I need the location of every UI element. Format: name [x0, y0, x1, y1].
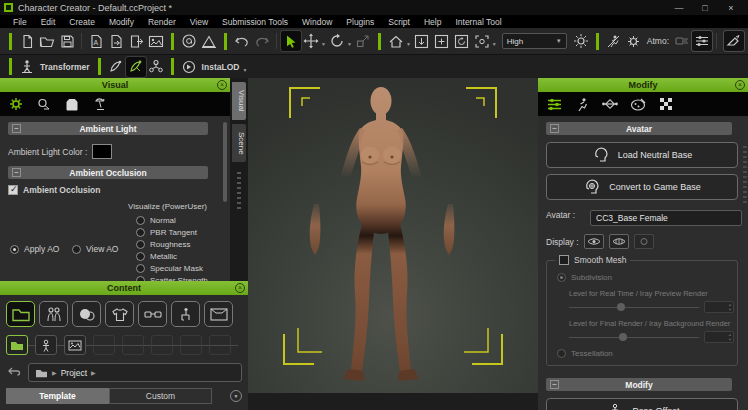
export-button[interactable] — [106, 31, 126, 51]
menu-window[interactable]: Window — [295, 17, 339, 27]
transformer-button[interactable]: Transformer — [40, 62, 90, 72]
apply-ao-radio[interactable] — [10, 245, 19, 254]
camera-fit-button[interactable] — [432, 31, 452, 51]
ambient-occlusion-section-bar[interactable]: − Ambient Occlusion — [8, 166, 208, 179]
close-button[interactable]: × — [718, 0, 744, 15]
final-level-spinbox[interactable]: ▲▼ — [704, 331, 734, 343]
motion-disabled-button[interactable] — [604, 31, 624, 51]
menu-internal-tool[interactable]: Internal Tool — [448, 17, 508, 27]
content-category-actors-icon[interactable] — [39, 301, 68, 327]
menu-create[interactable]: Create — [62, 17, 102, 27]
subdivision-radio[interactable] — [557, 273, 566, 282]
realtime-level-spinbox[interactable]: ▲▼ — [704, 301, 734, 313]
modify-tab-animation-icon[interactable] — [572, 94, 592, 114]
camera-frame-button[interactable] — [472, 31, 492, 51]
side-tab-scene[interactable]: Scene — [232, 124, 246, 163]
visualize-roughness-radio[interactable] — [136, 240, 145, 249]
minimize-button[interactable]: — — [666, 0, 692, 15]
menu-edit[interactable]: Edit — [34, 17, 63, 27]
display-extra-icon[interactable] — [634, 234, 654, 249]
visualize-specular-mask-radio[interactable] — [136, 264, 145, 273]
menu-script[interactable]: Script — [381, 17, 417, 27]
display-teeth-icon[interactable] — [609, 234, 629, 249]
dock-drag-handle[interactable] — [237, 172, 241, 212]
display-eye-icon[interactable] — [584, 234, 604, 249]
atmosphere-gear-icon[interactable] — [624, 31, 644, 51]
menu-submission-tools[interactable]: Submission Tools — [215, 17, 295, 27]
content-filter-folder-icon[interactable] — [6, 335, 28, 355]
edit-pose-button[interactable] — [126, 57, 146, 77]
content-category-stage-icon[interactable] — [204, 301, 233, 327]
pose-offset-button[interactable]: Pose Offset — [546, 398, 738, 410]
render-button[interactable] — [179, 31, 199, 51]
breadcrumb-back-icon[interactable] — [6, 364, 22, 382]
menu-help[interactable]: Help — [417, 17, 448, 27]
avatar-name-input[interactable]: CC3_Base Female — [590, 210, 742, 226]
menu-plugins[interactable]: Plugins — [339, 17, 381, 27]
collapse-icon[interactable]: − — [12, 124, 21, 133]
visual-panel-header[interactable]: Visual × — [0, 78, 230, 92]
capture-image-button[interactable] — [146, 31, 166, 51]
content-category-cloth-icon[interactable] — [105, 301, 134, 327]
menu-file[interactable]: File — [6, 17, 34, 27]
modify-tab-bone-icon[interactable] — [600, 94, 620, 114]
modify-panel-close-icon[interactable]: × — [735, 80, 745, 90]
content-category-materials-icon[interactable] — [72, 301, 101, 327]
side-tab-visual[interactable]: Visual — [232, 82, 246, 120]
open-project-button[interactable] — [37, 31, 57, 51]
breadcrumb[interactable]: ▶ Project ▶ — [28, 363, 242, 382]
modify-tab-material-icon[interactable] — [628, 94, 648, 114]
save-project-button[interactable] — [57, 31, 77, 51]
ambient-light-section-bar[interactable]: − Ambient Light — [8, 122, 208, 135]
instalod-button[interactable]: InstaLOD — [202, 62, 240, 72]
visual-panel-scrollbar[interactable] — [223, 122, 227, 202]
skeleton-hierarchy-button[interactable] — [146, 57, 166, 77]
shadow-box-tab-icon[interactable] — [62, 94, 82, 114]
realtime-level-slider[interactable] — [569, 303, 699, 312]
collapse-icon[interactable]: − — [12, 168, 21, 177]
ambient-occlusion-checkbox[interactable] — [8, 185, 18, 195]
content-filter-image-icon[interactable] — [64, 335, 86, 355]
modify-tab-attributes-sliders-icon[interactable] — [544, 94, 564, 114]
visualize-metallic-radio[interactable] — [136, 252, 145, 261]
menu-render[interactable]: Render — [141, 17, 183, 27]
select-tool-button[interactable] — [281, 31, 301, 51]
final-level-slider[interactable] — [569, 333, 699, 342]
modify-section-bar[interactable]: − Modify — [546, 378, 732, 391]
light-settings-button[interactable] — [571, 31, 591, 51]
tab-custom[interactable]: Custom — [109, 388, 212, 404]
send-to-button[interactable] — [126, 31, 146, 51]
viewport-3d[interactable] — [248, 78, 538, 410]
camera-front-button[interactable] — [412, 31, 432, 51]
rotate-tool-caret[interactable]: ▼ — [347, 41, 352, 47]
new-project-button[interactable] — [17, 31, 37, 51]
content-category-props-icon[interactable] — [171, 301, 200, 327]
undo-button[interactable] — [232, 31, 252, 51]
redo-button[interactable] — [252, 31, 272, 51]
camera-orbit-button[interactable] — [452, 31, 472, 51]
home-camera-button[interactable] — [386, 31, 406, 51]
ambient-light-color-swatch[interactable] — [92, 144, 112, 159]
move-tool-caret[interactable]: ▼ — [321, 41, 326, 47]
quality-dropdown[interactable]: High ▼ — [502, 33, 567, 49]
preferences-button[interactable] — [692, 31, 712, 51]
modify-tab-texture-checker-icon[interactable] — [656, 94, 676, 114]
wind-effect-icon[interactable] — [672, 31, 692, 51]
import-button[interactable]: A — [86, 31, 106, 51]
edit-mesh-button[interactable] — [106, 57, 126, 77]
rotate-tool-button[interactable] — [327, 31, 347, 51]
breadcrumb-project[interactable]: Project — [61, 368, 87, 378]
avatar-section-bar[interactable]: − Avatar — [546, 122, 732, 135]
camera-frame-caret[interactable]: ▼ — [492, 41, 497, 47]
menu-view[interactable]: View — [183, 17, 215, 27]
view-ao-radio[interactable] — [72, 245, 81, 254]
content-category-all-folder[interactable] — [6, 301, 35, 327]
load-neutral-base-button[interactable]: Load Neutral Base — [546, 142, 738, 168]
collapse-icon[interactable]: − — [550, 124, 559, 133]
modify-panel-header[interactable]: Modify × — [538, 78, 748, 92]
smooth-mesh-checkbox[interactable] — [559, 255, 569, 265]
content-panel-close-icon[interactable]: × — [235, 283, 245, 293]
tab-template[interactable]: Template — [6, 388, 109, 404]
visualize-pbr-tangent-radio[interactable] — [136, 228, 145, 237]
scale-tool-button[interactable] — [353, 31, 373, 51]
